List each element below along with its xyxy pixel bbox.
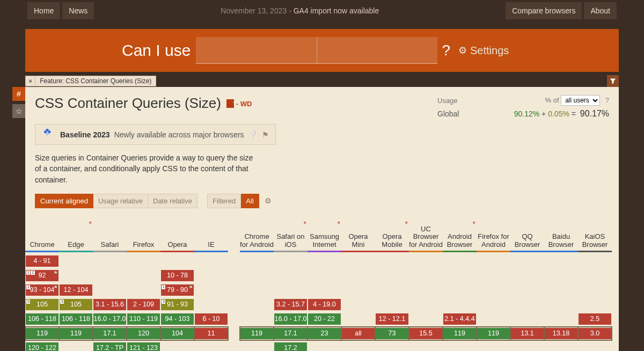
notes-star-icon: * bbox=[304, 220, 306, 228]
site-logo[interactable]: Can I use bbox=[122, 41, 191, 60]
version-cell[interactable]: 6 - 10 bbox=[194, 312, 228, 326]
browser-header[interactable]: IE bbox=[194, 221, 228, 252]
version-cell[interactable]: 17.2 - TP bbox=[93, 341, 127, 351]
version-cell[interactable]: 73 bbox=[375, 327, 409, 340]
usage-region-label: Global bbox=[437, 109, 459, 118]
permalink-icon[interactable]: # bbox=[12, 87, 25, 101]
version-cell[interactable]: 3.0 bbox=[578, 327, 612, 340]
version-cell[interactable]: 106 - 118 bbox=[25, 312, 59, 326]
version-cell[interactable]: 10 - 78 bbox=[160, 269, 194, 282]
version-cell[interactable]: 13.1 bbox=[510, 327, 544, 340]
version-cell[interactable]: 16.0 - 17.0 bbox=[93, 312, 127, 326]
browser-header[interactable]: Baidu Browser bbox=[544, 221, 578, 252]
view-tab-all[interactable]: All bbox=[241, 194, 259, 208]
browser-header[interactable]: Firefox for Android bbox=[477, 221, 510, 252]
version-cell[interactable]: 16.0 - 17.0 bbox=[274, 312, 308, 326]
baseline-help-icon[interactable]: ❔ bbox=[248, 130, 258, 139]
browser-header[interactable]: Opera bbox=[160, 221, 194, 252]
browser-header[interactable]: Opera Mobile* bbox=[375, 221, 409, 252]
close-icon[interactable]: × bbox=[26, 76, 35, 86]
version-cell[interactable]: 17.1 bbox=[274, 327, 308, 340]
version-cell[interactable]: 1053 bbox=[25, 298, 59, 311]
version-cell[interactable]: 91 - 933 bbox=[160, 298, 194, 311]
version-cell[interactable]: 20 - 22 bbox=[308, 312, 341, 326]
version-cell[interactable]: 15.5 bbox=[409, 327, 443, 340]
view-tab-usage-relative[interactable]: Usage relative bbox=[93, 194, 148, 208]
browser-header[interactable]: QQ Browser bbox=[510, 221, 544, 252]
version-cell[interactable]: 23 bbox=[308, 327, 341, 340]
version-cell[interactable]: 119 bbox=[59, 327, 93, 340]
browser-header[interactable]: Opera Mini bbox=[341, 221, 375, 252]
nav-home[interactable]: Home bbox=[27, 2, 60, 19]
version-cell bbox=[375, 254, 409, 268]
search-input-right[interactable] bbox=[317, 37, 437, 64]
filter-icon[interactable] bbox=[607, 75, 619, 87]
version-cell[interactable]: 106 - 118 bbox=[59, 312, 93, 326]
version-cell[interactable]: 120 - 122 bbox=[25, 341, 59, 351]
view-tab-current-aligned[interactable]: Current aligned bbox=[35, 194, 93, 208]
star-icon[interactable]: ☆ bbox=[12, 104, 25, 118]
note-badge: 1 bbox=[26, 285, 30, 289]
version-cell bbox=[375, 269, 409, 282]
browser-header[interactable]: UC Browser for Android bbox=[409, 221, 443, 252]
baseline-banner[interactable]: Baseline 2023 Newly available across maj… bbox=[35, 124, 276, 145]
browser-header[interactable]: Edge* bbox=[59, 221, 93, 252]
spec-status-badge[interactable]: - WD bbox=[226, 99, 252, 108]
version-cell[interactable]: 9212⚑ bbox=[25, 269, 59, 282]
browser-header[interactable]: Chrome bbox=[25, 221, 59, 252]
usage-help-icon[interactable]: ? bbox=[605, 96, 609, 104]
version-cell[interactable]: 12 - 12.1 bbox=[375, 312, 409, 326]
version-cell[interactable]: 104 bbox=[160, 327, 194, 340]
version-cell[interactable]: 93 - 1041⚑ bbox=[25, 283, 59, 297]
version-cell[interactable]: 17.1 bbox=[93, 327, 127, 340]
version-cell[interactable]: 2.5 bbox=[578, 312, 612, 326]
browser-header[interactable]: Samsung Internet* bbox=[308, 221, 341, 252]
version-cell[interactable]: 119 bbox=[240, 327, 274, 340]
version-cell[interactable]: all bbox=[341, 327, 375, 340]
note-badge: 3 bbox=[60, 299, 64, 304]
settings-button[interactable]: ⚙ Settings bbox=[458, 45, 509, 57]
search-help-icon[interactable]: ? bbox=[442, 42, 450, 59]
view-settings-icon[interactable]: ⚙ bbox=[265, 196, 272, 205]
nav-news[interactable]: News bbox=[62, 2, 94, 19]
version-cell[interactable]: 12 - 104 bbox=[59, 283, 93, 297]
version-cell[interactable]: 119 bbox=[477, 327, 510, 340]
version-cell bbox=[578, 341, 612, 351]
version-cell[interactable]: 120 bbox=[127, 327, 160, 340]
nav-compare-browsers[interactable]: Compare browsers bbox=[506, 2, 582, 19]
version-cell bbox=[240, 254, 274, 268]
browser-header[interactable]: Firefox bbox=[127, 221, 160, 252]
version-cell[interactable]: 11 bbox=[194, 327, 228, 340]
feature-chip[interactable]: × Feature: CSS Container Queries (Size) bbox=[25, 76, 156, 86]
version-cell[interactable]: 119 bbox=[443, 327, 477, 340]
version-cell[interactable]: 2.1 - 4.4.4 bbox=[443, 312, 477, 326]
usage-total-pct: 90.17% bbox=[580, 109, 609, 118]
version-cell[interactable]: 79 - 901⚑ bbox=[160, 283, 194, 297]
version-cell[interactable]: 94 - 103 bbox=[160, 312, 194, 326]
version-cell[interactable]: 3.1 - 15.6 bbox=[93, 298, 127, 311]
version-cell[interactable]: 13.18 bbox=[544, 327, 578, 340]
version-cell bbox=[477, 312, 510, 326]
version-cell[interactable]: 119 bbox=[25, 327, 59, 340]
version-cell[interactable]: 121 - 123 bbox=[127, 341, 160, 351]
version-cell[interactable]: 2 - 109 bbox=[127, 298, 160, 311]
news-headline[interactable]: November 13, 2023 - GA4 import now avail… bbox=[96, 6, 503, 15]
browser-header[interactable]: Android Browser* bbox=[443, 221, 477, 252]
version-cell[interactable]: 3.2 - 15.7 bbox=[274, 298, 308, 311]
version-cell[interactable]: 17.2 bbox=[274, 341, 308, 351]
browser-header[interactable]: Safari on iOS* bbox=[274, 221, 308, 252]
version-cell[interactable]: 4 - 19.0 bbox=[308, 298, 341, 311]
nav-about[interactable]: About bbox=[584, 2, 617, 19]
browser-header[interactable]: Safari bbox=[93, 221, 127, 252]
view-tab-filtered[interactable]: Filtered bbox=[207, 194, 241, 208]
search-input-left[interactable] bbox=[196, 37, 317, 64]
version-cell[interactable]: 1053 bbox=[59, 298, 93, 311]
version-cell[interactable]: 4 - 91 bbox=[25, 254, 59, 268]
browser-header[interactable]: Chrome for Android bbox=[240, 221, 274, 252]
usage-scope-select[interactable]: all users bbox=[561, 95, 600, 106]
version-cell[interactable]: 110 - 119 bbox=[127, 312, 160, 326]
view-tab-date-relative[interactable]: Date relative bbox=[148, 194, 197, 208]
baseline-feedback-icon[interactable]: ⚑ bbox=[262, 130, 269, 139]
browser-header[interactable]: KaiOS Browser bbox=[578, 221, 612, 252]
pct-of-label: % of bbox=[545, 96, 559, 104]
